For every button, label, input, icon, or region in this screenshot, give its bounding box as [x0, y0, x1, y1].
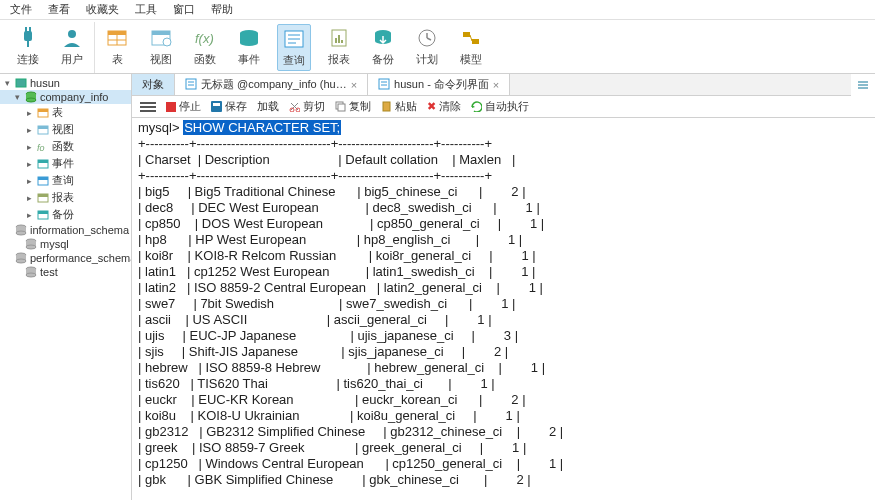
tree-database[interactable]: mysql	[0, 237, 131, 251]
toolbar-view[interactable]: 视图	[145, 24, 177, 71]
svg-rect-76	[383, 102, 390, 111]
svg-rect-36	[38, 109, 48, 112]
toolbar-fx[interactable]: f(x)函数	[189, 24, 221, 71]
event-icon	[237, 26, 261, 50]
tree-database[interactable]: test	[0, 265, 131, 279]
menu-item[interactable]: 工具	[135, 2, 157, 17]
clear-button[interactable]: ✖清除	[427, 99, 461, 114]
menu-item[interactable]: 窗口	[173, 2, 195, 17]
menu-item[interactable]: 查看	[48, 2, 70, 17]
toolbar-backup[interactable]: 备份	[367, 24, 399, 71]
menu-item[interactable]: 收藏夹	[86, 2, 119, 17]
backup-icon	[371, 26, 395, 50]
database-icon	[25, 266, 37, 278]
tabbar: 对象无标题 @company_info (hu…×husun - 命令列界面×	[132, 74, 875, 96]
close-icon[interactable]: ×	[493, 79, 499, 91]
sidebar[interactable]: ▾ husun ▾ company_info ▸表▸视图▸fo函数▸事件▸查询▸…	[0, 74, 132, 500]
query-terminal[interactable]: mysql> SHOW CHARACTER SET;+----------+--…	[132, 118, 875, 500]
svg-rect-69	[166, 102, 176, 112]
svg-rect-10	[152, 31, 170, 35]
menubar: 文件查看收藏夹工具窗口帮助	[0, 0, 875, 20]
svg-text:f(x): f(x)	[195, 31, 214, 46]
tree-database[interactable]: information_schema	[0, 223, 131, 237]
query-icon	[282, 27, 306, 51]
tree-database[interactable]: ▾ company_info	[0, 90, 131, 104]
toolbar-query[interactable]: 查询	[277, 24, 311, 71]
view-icon	[149, 26, 173, 50]
cut-button[interactable]: 剪切	[289, 99, 325, 114]
toolbar-user[interactable]: 用户	[56, 24, 88, 71]
tree-connection[interactable]: ▾ husun	[0, 76, 131, 90]
sub-toolbar: 停止 保存 加载 剪切 复制 粘贴 ✖清除 自动执行	[132, 96, 875, 118]
tree-item-query[interactable]: ▸查询	[0, 172, 131, 189]
backup-icon	[37, 209, 49, 221]
hamburger-icon[interactable]	[140, 102, 156, 112]
database-icon	[15, 252, 27, 264]
svg-point-34	[26, 98, 36, 102]
model-icon	[459, 26, 483, 50]
svg-rect-23	[341, 40, 343, 43]
svg-point-4	[68, 30, 76, 38]
tree-item-fx[interactable]: ▸fo函数	[0, 138, 131, 155]
close-icon[interactable]: ×	[351, 79, 357, 91]
svg-rect-41	[38, 160, 48, 163]
svg-point-15	[240, 40, 258, 46]
report-icon	[37, 192, 49, 204]
query-icon	[378, 78, 390, 92]
tree-item-table[interactable]: ▸表	[0, 104, 131, 121]
svg-point-50	[16, 231, 26, 235]
tree-item-view[interactable]: ▸视图	[0, 121, 131, 138]
paste-button[interactable]: 粘贴	[381, 99, 417, 114]
database-icon	[25, 238, 37, 250]
svg-rect-63	[379, 79, 389, 89]
database-icon	[25, 91, 37, 103]
svg-rect-71	[213, 103, 220, 106]
toolbar-report[interactable]: 报表	[323, 24, 355, 71]
toolbar-plan[interactable]: 计划	[411, 24, 443, 71]
tree-item-event[interactable]: ▸事件	[0, 155, 131, 172]
svg-rect-28	[463, 32, 470, 37]
save-button[interactable]: 保存	[211, 99, 247, 114]
svg-rect-22	[338, 35, 340, 43]
svg-rect-43	[38, 177, 48, 180]
toolbar-model[interactable]: 模型	[455, 24, 487, 71]
database-icon	[15, 224, 27, 236]
svg-rect-31	[16, 79, 26, 87]
svg-rect-47	[38, 211, 48, 214]
menu-item[interactable]: 帮助	[211, 2, 233, 17]
tab[interactable]: husun - 命令列界面×	[368, 74, 510, 95]
svg-rect-21	[335, 38, 337, 43]
svg-rect-68	[858, 87, 868, 89]
svg-rect-66	[858, 81, 868, 83]
svg-line-30	[470, 35, 472, 41]
svg-rect-45	[38, 194, 48, 197]
menu-item[interactable]: 文件	[10, 2, 32, 17]
tab-menu-icon[interactable]	[851, 74, 875, 96]
table-icon	[105, 26, 129, 50]
toolbar-table[interactable]: 表	[101, 24, 133, 71]
report-icon	[327, 26, 351, 50]
tab[interactable]: 对象	[132, 74, 175, 95]
plug-icon	[16, 26, 40, 50]
svg-point-53	[26, 245, 36, 249]
toolbar: 连接用户 表视图f(x)函数事件查询报表备份计划模型	[0, 20, 875, 74]
toolbar-event[interactable]: 事件	[233, 24, 265, 71]
tree-database[interactable]: performance_schema	[0, 251, 131, 265]
svg-text:fo: fo	[37, 143, 45, 153]
svg-point-11	[163, 38, 171, 46]
toolbar-plug[interactable]: 连接	[12, 24, 44, 71]
copy-button[interactable]: 复制	[335, 99, 371, 114]
autorun-button[interactable]: 自动执行	[471, 99, 529, 114]
load-button[interactable]: 加载	[257, 99, 279, 114]
tree-item-report[interactable]: ▸报表	[0, 189, 131, 206]
stop-button[interactable]: 停止	[166, 99, 201, 114]
tree-item-backup[interactable]: ▸备份	[0, 206, 131, 223]
tab[interactable]: 无标题 @company_info (hu…×	[175, 74, 368, 95]
view-icon	[37, 124, 49, 136]
server-icon	[15, 77, 27, 89]
svg-point-56	[16, 259, 26, 263]
table-icon	[37, 107, 49, 119]
query-icon	[185, 78, 197, 92]
svg-rect-67	[858, 84, 868, 86]
fx-icon: f(x)	[193, 26, 217, 50]
